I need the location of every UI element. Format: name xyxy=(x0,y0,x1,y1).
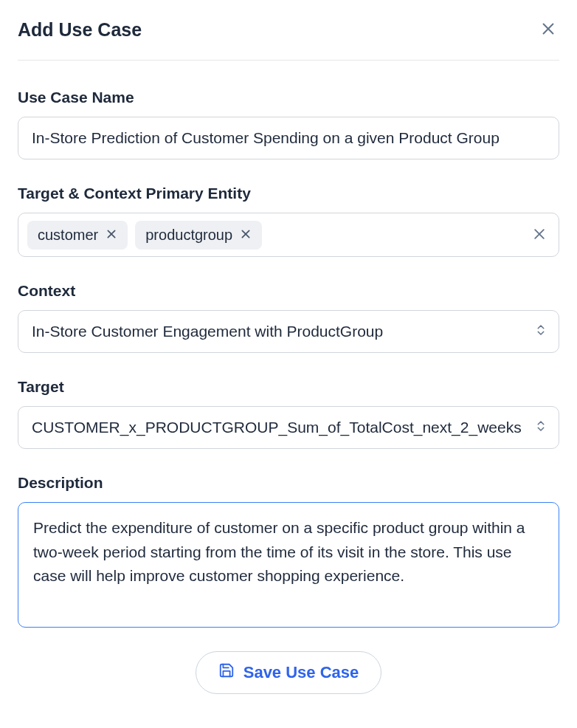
use-case-name-input[interactable] xyxy=(18,117,559,159)
primary-entity-label: Target & Context Primary Entity xyxy=(18,185,559,202)
save-icon xyxy=(218,662,235,683)
use-case-name-field: Use Case Name xyxy=(18,89,559,159)
x-icon xyxy=(106,228,117,242)
clear-entities-button[interactable] xyxy=(529,224,550,247)
close-button[interactable] xyxy=(537,18,559,42)
modal-header: Add Use Case xyxy=(18,18,559,61)
description-field: Description xyxy=(18,474,559,631)
remove-entity-tag-button[interactable] xyxy=(106,228,117,242)
entity-tag-label: customer xyxy=(38,227,98,244)
action-row: Save Use Case xyxy=(18,651,559,694)
x-icon xyxy=(532,227,547,244)
save-button[interactable]: Save Use Case xyxy=(196,651,382,694)
entity-tag-label: productgroup xyxy=(145,227,232,244)
modal-title: Add Use Case xyxy=(18,19,142,41)
close-icon xyxy=(540,21,556,39)
remove-entity-tag-button[interactable] xyxy=(240,228,252,242)
entity-tag: productgroup xyxy=(135,221,262,250)
x-icon xyxy=(240,228,252,242)
target-select-value: CUSTOMER_x_PRODUCTGROUP_Sum_of_TotalCost… xyxy=(18,406,559,449)
context-field: Context In-Store Customer Engagement wit… xyxy=(18,282,559,353)
entity-tag: customer xyxy=(27,221,128,250)
primary-entity-field: Target & Context Primary Entity customer… xyxy=(18,185,559,257)
primary-entity-input[interactable]: customer productgroup xyxy=(18,213,559,257)
target-label: Target xyxy=(18,378,559,396)
context-label: Context xyxy=(18,282,559,300)
save-button-label: Save Use Case xyxy=(243,663,359,682)
use-case-name-label: Use Case Name xyxy=(18,89,559,106)
description-label: Description xyxy=(18,474,559,492)
target-select[interactable]: CUSTOMER_x_PRODUCTGROUP_Sum_of_TotalCost… xyxy=(18,406,559,449)
context-select-value: In-Store Customer Engagement with Produc… xyxy=(18,310,559,353)
description-textarea[interactable] xyxy=(18,502,559,628)
target-field: Target CUSTOMER_x_PRODUCTGROUP_Sum_of_To… xyxy=(18,378,559,449)
context-select[interactable]: In-Store Customer Engagement with Produc… xyxy=(18,310,559,353)
